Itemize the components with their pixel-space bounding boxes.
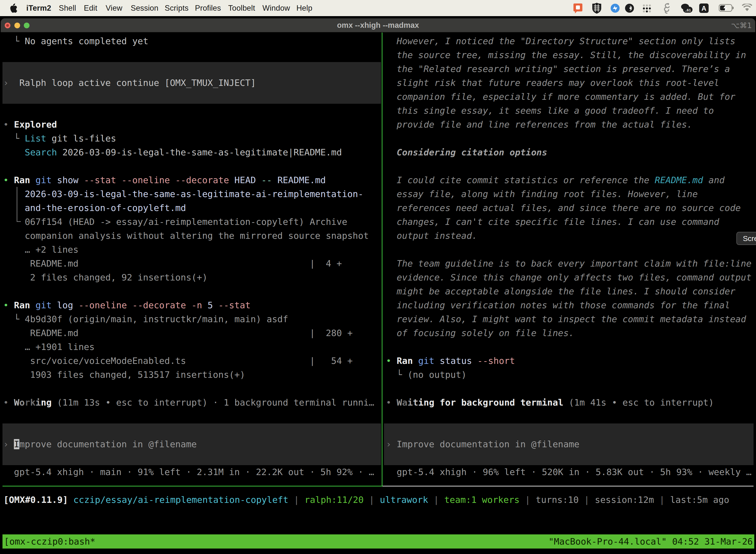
line-segment: and [703,175,725,185]
line-segment: 2026-03-09-is-legal-the-same-as-legitima… [3,189,363,199]
line-segment: log [52,300,78,310]
line-segment: Ran [14,300,30,310]
menu-item-help[interactable]: Help [296,0,313,16]
line-segment: • [3,300,14,310]
menu-item-edit[interactable]: Edit [84,0,97,16]
line-segment: W [14,397,19,407]
terminal-content[interactable]: └ No agents completed yet› Ralph loop ac… [1,33,755,552]
terminal-line-left-0: └ No agents completed yet [3,34,148,48]
terminal-line-right-3: slight risk that future readers may over… [386,76,719,90]
line-segment: 2026-03-09-is-legal-the-same-as-legitima… [57,147,342,157]
line-segment: 1903 files changed, 513517 insertions(+) [3,370,245,380]
line-segment [413,356,418,366]
terminal-line-left-11: 2026-03-09-is-legal-the-same-as-legitima… [3,187,363,201]
shield-icon[interactable] [592,2,602,14]
pane-divider[interactable] [382,33,382,487]
status-segment: | [579,495,595,505]
line-segment: └ [3,133,25,144]
screen-tooltip-label: Scre [743,234,756,243]
terminal-line-left-12: and-the-erosion-of-copyleft.md [3,201,186,215]
line-segment: k [30,397,36,407]
menu-item-window[interactable]: Window [262,0,290,16]
line-segment: essay file, along with finding root file… [386,189,698,199]
bubble-count-label: ..61 [685,8,691,12]
terminal-line-right-8: Considering citation options [386,146,547,159]
terminal-line-right-5: this single essay, it seems like a good … [386,104,714,118]
battery-charging-icon[interactable] [719,4,734,12]
line-segment: └ 4b9d30f (origin/main, instructkr/main,… [3,314,288,324]
line-segment: (11m 13s • esc to interrupt) · 1 backgro… [52,397,374,407]
line-segment: • [3,397,14,407]
terminal-line-right-24: └ (no output) [386,368,466,382]
status-segment: cczip/essay/ai-reimplementation-copyleft [73,495,289,505]
wifi-icon[interactable] [742,4,753,12]
terminal-line-right-10: I could cite commit statistics or refere… [386,173,724,187]
menu-item-scripts[interactable]: Scripts [165,0,189,16]
dot-grid-icon[interactable] [642,3,652,13]
menu-item-session[interactable]: Session [131,0,159,16]
terminal-line-left-21: README.md | 280 + [3,326,353,340]
line-segment: Ralph loop active continue [OMX_TMUX_INJ… [19,78,256,88]
terminal-line-right-23: • Ran git status --short [386,354,515,368]
dragon-icon[interactable] [662,2,671,14]
terminal-line-right-12: references need actual files, and since … [386,201,741,215]
terminal-line-left-20: └ 4b9d30f (origin/main, instructkr/main,… [3,312,288,326]
terminal-line-right-14: output instead. [386,229,477,243]
line-segment: List [25,133,46,144]
terminal-line-left-26: • Working (11m 13s • esc to interrupt) ·… [3,396,374,409]
line-segment: i [407,397,413,407]
status-segment: | [364,495,380,505]
line-segment: Explored [14,119,57,129]
menu-item-toolbelt[interactable]: Toolbelt [228,0,255,16]
menu-item-view[interactable]: View [106,0,122,16]
terminal-line-right-13: changes, I can't cite specific file line… [386,215,719,229]
dark-disc-icon[interactable] [625,3,634,13]
terminal-line-right-0: However, I noticed the "Directory Struct… [386,34,736,48]
menu-item-shell[interactable]: Shell [59,0,76,16]
line-segment: r [25,397,30,407]
line-segment: Considering citation options [386,147,547,157]
terminal-line-left-17: 2 files changed, 92 insertions(+) [3,271,208,284]
line-segment: 067f154 (HEAD -> essay/ai-reimplementati… [3,217,347,227]
terminal-line-right-17: evidence. Since this change only affects… [386,271,752,284]
status-segment: team:1 workers [444,495,519,505]
line-segment: README.md [655,175,703,185]
terminal-line-left-16: README.md | 4 + [3,257,342,271]
status-segment: turns:10 [536,495,579,505]
line-segment: README.md | 280 + [3,328,353,338]
line-segment: › [3,439,14,449]
line-segment: 2 files changed, 92 insertions(+) [3,272,208,282]
status-segment: [OMX#0.11.9] [3,495,68,505]
line-segment: review. Also, I might want to inspect th… [386,314,746,324]
terminal-line-left-29: › Improve documentation in @filename [3,437,197,451]
menu-item-profiles[interactable]: Profiles [195,0,221,16]
terminal-line-right-21: of focusing solely on file lines. [386,326,574,340]
line-segment: W [397,397,402,407]
orange-chat-icon[interactable] [573,3,583,13]
line-segment: changes, I can't cite specific file line… [386,217,719,227]
terminal-line-right-1: the source tree, missing the essay. Stil… [386,48,746,62]
terminal-line-left-10: • Ran git show --stat --oneline --decora… [3,173,326,187]
line-segment: gpt-5.4 xhigh · main · 91% left · 2.31M … [3,467,374,477]
menu-item-iterm2[interactable]: iTerm2 [26,0,51,16]
keyboard-layout-icon[interactable]: A [699,3,709,13]
screen-tooltip: Scre [737,232,756,245]
bubble-count-icon[interactable]: ..61 [680,3,693,13]
status-segment: session:12m [595,495,654,505]
line-segment: ng [41,397,52,407]
terminal-line-left-6: • Explored [3,118,57,131]
window-titlebar[interactable]: omx --xhigh --madmax ⌥⌘1 [1,18,755,32]
line-segment: git [418,356,434,366]
apple-menu-icon[interactable] [10,3,17,13]
line-segment: slight risk that future readers may over… [386,78,719,88]
terminal-line-right-16: The team guideline is to back every impo… [386,257,752,271]
blue-sync-icon[interactable] [610,3,620,13]
line-segment: t [413,397,418,407]
terminal-line-right-6: provide file and line references from th… [386,118,692,131]
line-segment: • [386,397,397,407]
omx-status-text: [OMX#0.11.9] cczip/essay/ai-reimplementa… [3,493,729,507]
terminal-line-right-18: might be acceptable alongside the file l… [386,284,736,298]
terminal-line-right-29: › Improve documentation in @filename [386,437,579,451]
line-segment: of focusing solely on file lines. [386,328,574,338]
line-segment: › [3,78,19,88]
